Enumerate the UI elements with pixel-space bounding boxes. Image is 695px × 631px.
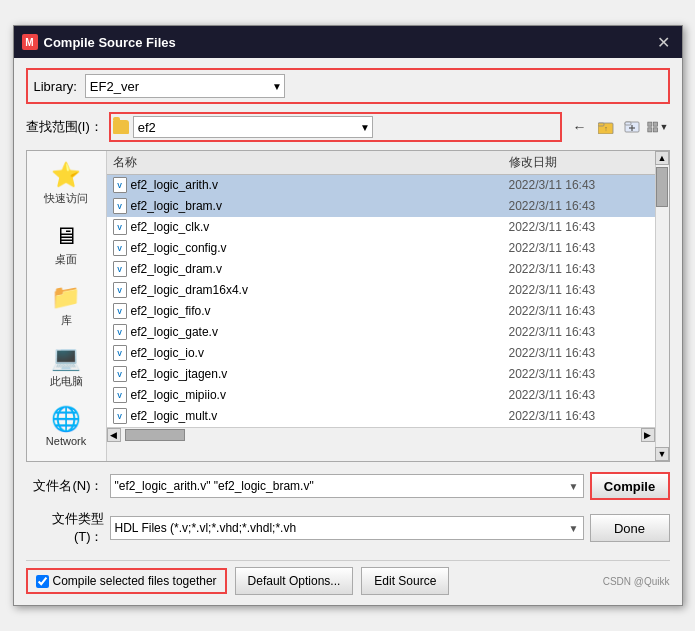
hscroll-left-arrow[interactable]: ◀ xyxy=(107,428,121,442)
search-path-select[interactable]: ef2...root ▼ xyxy=(133,116,373,138)
file-date: 2022/3/11 16:43 xyxy=(509,283,649,297)
library-select[interactable]: EF2_verworklib1 xyxy=(90,79,280,94)
file-date: 2022/3/11 16:43 xyxy=(509,409,649,423)
view-icon xyxy=(647,120,660,134)
scroll-down-arrow[interactable]: ▼ xyxy=(655,447,669,461)
compile-button[interactable]: Compile xyxy=(590,472,670,500)
sidebar-item-quickaccess[interactable]: ⭐ 快速访问 xyxy=(31,159,101,208)
computer-label: 此电脑 xyxy=(50,374,83,389)
library-row: Library: EF2_verworklib1 ▼ xyxy=(26,68,670,104)
file-date: 2022/3/11 16:43 xyxy=(509,262,649,276)
watermark: CSDN @Quikk xyxy=(603,576,670,587)
file-item[interactable]: ef2_logic_io.v2022/3/11 16:43 xyxy=(107,343,655,364)
library-select-wrapper[interactable]: EF2_verworklib1 ▼ xyxy=(85,74,285,98)
file-date: 2022/3/11 16:43 xyxy=(509,388,649,402)
network-icon: 🌐 xyxy=(51,405,81,433)
up-folder-button[interactable]: ↑ xyxy=(594,115,618,139)
default-options-button[interactable]: Default Options... xyxy=(235,567,354,595)
file-item[interactable]: ef2_logic_arith.v2022/3/11 16:43 xyxy=(107,175,655,196)
file-name: ef2_logic_dram16x4.v xyxy=(131,283,509,297)
file-doc-icon xyxy=(113,219,127,235)
filename-input-wrapper[interactable]: "ef2_logic_arith.v" "ef2_logic_bram.v" ▼ xyxy=(110,474,584,498)
content-area: ⭐ 快速访问 🖥 桌面 📁 库 💻 此电脑 🌐 Network xyxy=(26,150,670,462)
search-select-wrapper: ef2...root ▼ xyxy=(109,112,562,142)
file-list-header: 名称 修改日期 xyxy=(107,151,655,175)
file-date: 2022/3/11 16:43 xyxy=(509,241,649,255)
dialog-title: Compile Source Files xyxy=(44,35,654,50)
vertical-scrollbar[interactable]: ▲ ▼ xyxy=(655,151,669,461)
file-item[interactable]: ef2_logic_dram16x4.v2022/3/11 16:43 xyxy=(107,280,655,301)
file-doc-icon xyxy=(113,324,127,340)
title-bar: M Compile Source Files ✕ xyxy=(14,26,682,58)
file-item[interactable]: ef2_logic_jtagen.v2022/3/11 16:43 xyxy=(107,364,655,385)
view-button[interactable]: ▼ xyxy=(646,115,670,139)
file-date: 2022/3/11 16:43 xyxy=(509,367,649,381)
file-name: ef2_logic_bram.v xyxy=(131,199,509,213)
compile-together-label[interactable]: Compile selected files together xyxy=(26,568,227,594)
app-icon: M xyxy=(22,34,38,50)
back-button[interactable]: ← xyxy=(568,115,592,139)
file-list-wrapper: 名称 修改日期 ef2_logic_arith.v2022/3/11 16:43… xyxy=(107,151,655,461)
hscroll-thumb[interactable] xyxy=(125,429,185,441)
search-row: 查找范围(I)： ef2...root ▼ ← ↑ xyxy=(26,112,670,142)
compile-together-checkbox[interactable] xyxy=(36,575,49,588)
compile-together-text: Compile selected files together xyxy=(53,574,217,588)
hscroll-right-arrow[interactable]: ▶ xyxy=(641,428,655,442)
filename-label: 文件名(N)： xyxy=(26,477,104,495)
file-item[interactable]: ef2_logic_dram.v2022/3/11 16:43 xyxy=(107,259,655,280)
file-date: 2022/3/11 16:43 xyxy=(509,220,649,234)
file-item[interactable]: ef2_logic_config.v2022/3/11 16:43 xyxy=(107,238,655,259)
desktop-label: 桌面 xyxy=(55,252,77,267)
sidebar-item-network[interactable]: 🌐 Network xyxy=(31,403,101,449)
computer-icon: 💻 xyxy=(51,344,81,372)
sidebar-item-desktop[interactable]: 🖥 桌面 xyxy=(31,220,101,269)
view-dropdown-arrow: ▼ xyxy=(660,122,669,132)
file-item[interactable]: ef2_logic_fifo.v2022/3/11 16:43 xyxy=(107,301,655,322)
file-doc-icon xyxy=(113,282,127,298)
scroll-thumb[interactable] xyxy=(656,167,668,207)
scroll-up-arrow[interactable]: ▲ xyxy=(655,151,669,165)
quickaccess-icon: ⭐ xyxy=(51,161,81,189)
file-name: ef2_logic_mult.v xyxy=(131,409,509,423)
file-doc-icon xyxy=(113,366,127,382)
file-item[interactable]: ef2_logic_gate.v2022/3/11 16:43 xyxy=(107,322,655,343)
bottom-bar: Compile selected files together Default … xyxy=(26,560,670,595)
file-name: ef2_logic_arith.v xyxy=(131,178,509,192)
svg-rect-4 xyxy=(625,122,631,125)
file-doc-icon xyxy=(113,198,127,214)
file-name: ef2_logic_gate.v xyxy=(131,325,509,339)
filetype-row: 文件类型(T)： HDL Files (*.v;*.vl;*.vhd;*.vhd… xyxy=(26,510,670,546)
file-date: 2022/3/11 16:43 xyxy=(509,199,649,213)
filename-dropdown-arrow[interactable]: ▼ xyxy=(569,481,579,492)
file-date: 2022/3/11 16:43 xyxy=(509,178,649,192)
svg-text:↑: ↑ xyxy=(604,125,608,132)
sidebar-item-library[interactable]: 📁 库 xyxy=(31,281,101,330)
sidebar-item-computer[interactable]: 💻 此电脑 xyxy=(31,342,101,391)
file-item[interactable]: ef2_logic_mult.v2022/3/11 16:43 xyxy=(107,406,655,427)
network-label: Network xyxy=(46,435,86,447)
file-name: ef2_logic_jtagen.v xyxy=(131,367,509,381)
close-button[interactable]: ✕ xyxy=(654,32,674,52)
folder-icon xyxy=(113,120,129,134)
file-item[interactable]: ef2_logic_mipiio.v2022/3/11 16:43 xyxy=(107,385,655,406)
horizontal-scrollbar[interactable]: ◀ ▶ xyxy=(107,427,655,441)
new-folder-button[interactable] xyxy=(620,115,644,139)
edit-source-button[interactable]: Edit Source xyxy=(361,567,449,595)
file-list: ef2_logic_arith.v2022/3/11 16:43ef2_logi… xyxy=(107,175,655,427)
file-doc-icon xyxy=(113,240,127,256)
filetype-input-wrapper[interactable]: HDL Files (*.v;*.vl;*.vhd;*.vhdl;*.vh ▼ xyxy=(110,516,584,540)
quick-access-sidebar: ⭐ 快速访问 🖥 桌面 📁 库 💻 此电脑 🌐 Network xyxy=(27,151,107,461)
library-sidebar-label: 库 xyxy=(61,313,72,328)
file-date: 2022/3/11 16:43 xyxy=(509,346,649,360)
file-item[interactable]: ef2_logic_bram.v2022/3/11 16:43 xyxy=(107,196,655,217)
svg-rect-7 xyxy=(647,122,651,126)
file-doc-icon xyxy=(113,387,127,403)
file-item[interactable]: ef2_logic_clk.v2022/3/11 16:43 xyxy=(107,217,655,238)
file-doc-icon xyxy=(113,261,127,277)
filetype-dropdown-arrow[interactable]: ▼ xyxy=(569,523,579,534)
search-path-dropdown[interactable]: ef2...root xyxy=(134,120,372,135)
file-date: 2022/3/11 16:43 xyxy=(509,325,649,339)
file-name: ef2_logic_config.v xyxy=(131,241,509,255)
desktop-icon: 🖥 xyxy=(54,222,78,250)
done-button[interactable]: Done xyxy=(590,514,670,542)
